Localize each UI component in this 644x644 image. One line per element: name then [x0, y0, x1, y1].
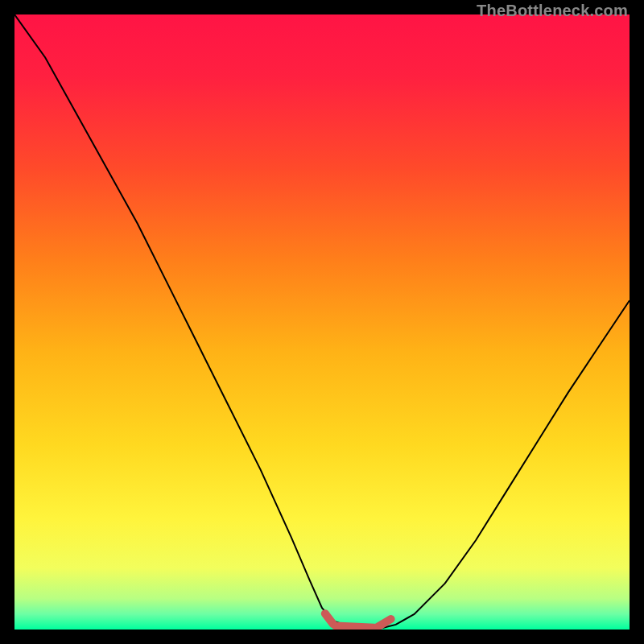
plot-area — [14, 14, 630, 630]
bottleneck-curve — [14, 14, 630, 628]
valley-marker-segment — [336, 625, 374, 627]
curve-layer — [14, 14, 630, 630]
watermark-text: TheBottleneck.com — [477, 2, 628, 20]
chart-stage: TheBottleneck.com — [0, 0, 644, 644]
valley-marker — [325, 613, 391, 628]
valley-marker-segment — [325, 613, 333, 624]
